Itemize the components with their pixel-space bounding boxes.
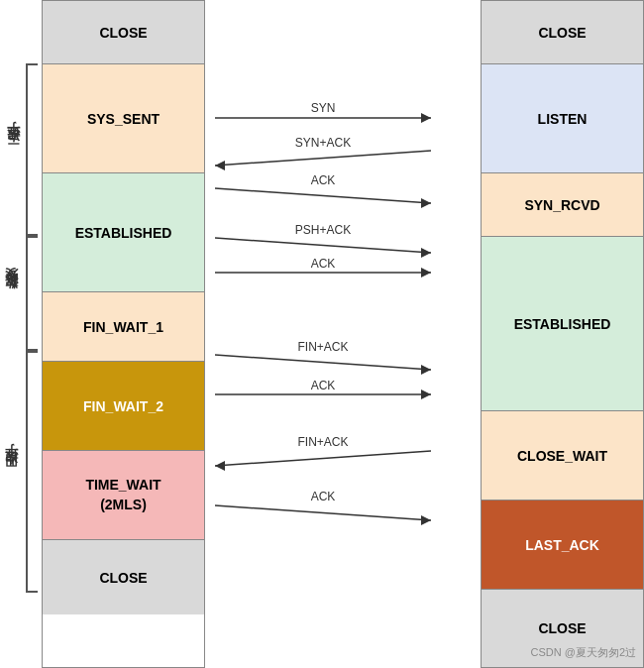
- svg-marker-10: [421, 248, 431, 258]
- svg-line-24: [215, 505, 431, 520]
- label-three-way: 三次握手: [4, 144, 22, 156]
- svg-text:FIN+ACK: FIN+ACK: [297, 435, 348, 449]
- bracket-line-1: [26, 63, 38, 236]
- left-state-established: ESTABLISHED: [43, 173, 204, 292]
- svg-marker-16: [421, 365, 431, 375]
- left-state-close-top: CLOSE: [43, 1, 204, 64]
- middle-arrows-area: SYN SYN+ACK ACK PSH+ACK ACK FI: [205, 0, 481, 668]
- label-data: 数据收发: [2, 287, 20, 299]
- svg-text:ACK: ACK: [311, 490, 336, 503]
- svg-marker-13: [421, 268, 431, 278]
- svg-marker-25: [421, 515, 431, 525]
- svg-marker-22: [215, 461, 225, 471]
- left-state-time-wait: TIME_WAIT(2MLS): [43, 451, 204, 540]
- svg-line-3: [215, 151, 431, 166]
- right-state-close-wait: CLOSE_WAIT: [482, 411, 643, 501]
- bracket-line-2: [26, 236, 38, 351]
- right-state-syn-rcvd: SYN_RCVD: [482, 173, 643, 237]
- bracket-line-3: [26, 351, 38, 593]
- bracket-three-way: 三次握手: [0, 63, 42, 236]
- svg-text:ACK: ACK: [311, 173, 336, 187]
- svg-marker-7: [421, 198, 431, 208]
- watermark: CSDN @夏天匆匆2过: [530, 645, 636, 660]
- right-state-last-ack: LAST_ACK: [482, 501, 643, 590]
- left-state-fin-wait-1: FIN_WAIT_1: [43, 292, 204, 362]
- right-state-listen: LISTEN: [482, 64, 643, 173]
- svg-text:FIN+ACK: FIN+ACK: [297, 340, 348, 354]
- left-state-fin-wait-2: FIN_WAIT_2: [43, 362, 204, 451]
- svg-text:SYN+ACK: SYN+ACK: [295, 136, 351, 150]
- right-states-column: CLOSE LISTEN SYN_RCVD ESTABLISHED CLOSE_…: [481, 0, 644, 668]
- arrows-svg: SYN SYN+ACK ACK PSH+ACK ACK FI: [205, 0, 481, 668]
- svg-text:PSH+ACK: PSH+ACK: [295, 223, 351, 237]
- svg-line-15: [215, 355, 431, 370]
- svg-marker-1: [421, 113, 431, 123]
- svg-marker-19: [421, 390, 431, 399]
- svg-line-21: [215, 451, 431, 466]
- svg-line-6: [215, 188, 431, 203]
- right-state-established: ESTABLISHED: [482, 237, 643, 411]
- bracket-data: 数据收发: [0, 236, 42, 351]
- label-four-way: 四次挥手: [2, 466, 20, 478]
- bracket-four-way: 四次挥手: [0, 351, 42, 593]
- svg-text:ACK: ACK: [311, 257, 336, 271]
- svg-text:SYN: SYN: [311, 101, 336, 115]
- left-states-column: CLOSE SYS_SENT ESTABLISHED FIN_WAIT_1 FI…: [42, 0, 205, 668]
- right-state-close-top: CLOSE: [482, 1, 643, 64]
- left-state-syn-sent: SYS_SENT: [43, 64, 204, 173]
- main-container: 三次握手 数据收发 四次挥手 CLOSE SYS_SENT ESTABLISHE…: [0, 0, 644, 668]
- left-bracket-area: 三次握手 数据收发 四次挥手: [0, 0, 42, 668]
- svg-marker-4: [215, 161, 225, 170]
- left-state-close-bottom: CLOSE: [43, 540, 204, 614]
- svg-line-9: [215, 238, 431, 253]
- svg-text:ACK: ACK: [311, 379, 336, 392]
